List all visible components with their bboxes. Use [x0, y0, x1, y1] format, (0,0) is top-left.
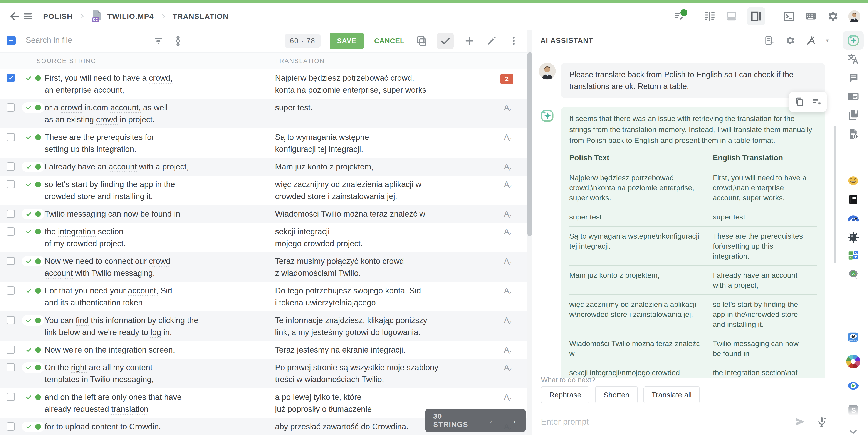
translation-text[interactable]: Te informacje znajdziesz, klikając poniż… [275, 314, 493, 338]
copy-message-button[interactable] [794, 97, 804, 107]
string-row[interactable]: Twilio messaging can now be found inWiad… [0, 205, 527, 223]
copy-source-button[interactable] [415, 34, 428, 47]
next-page-arrow[interactable]: → [508, 415, 518, 426]
comments-icon[interactable] [843, 68, 864, 87]
filter-button[interactable] [152, 35, 164, 47]
source-text[interactable]: the integration sectionof my crowded pro… [44, 223, 265, 252]
breadcrumb-file[interactable]: TWILIO.MP4 [107, 12, 154, 21]
search-input[interactable]: Search in file [26, 36, 139, 45]
screen-eye-icon[interactable] [843, 325, 864, 349]
emoji-icon[interactable] [843, 171, 864, 190]
spellcheck-icon[interactable]: A [504, 286, 509, 295]
row-checkbox[interactable] [6, 345, 15, 354]
prompt-input[interactable]: Enter prompt [541, 417, 794, 427]
send-button[interactable] [794, 416, 806, 428]
spellcheck-icon[interactable]: A [504, 209, 509, 219]
string-row[interactable]: Now we're on the integration screen.Tera… [0, 341, 527, 359]
spellcheck-icon[interactable]: A [504, 345, 509, 355]
prev-page-arrow[interactable]: ← [488, 415, 498, 426]
row-checkbox[interactable] [6, 163, 15, 171]
string-row[interactable]: For that you need your account, Sidand i… [0, 282, 527, 311]
spellcheck-icon[interactable]: A [504, 363, 509, 372]
string-row[interactable]: the integration sectionof my crowded pro… [0, 223, 527, 252]
translation-text[interactable]: Mam już konto z projektem, [275, 161, 493, 173]
row-checkbox[interactable] [6, 103, 15, 111]
translation-text[interactable]: Po prawej stronie są wszystkie moje szab… [275, 362, 493, 386]
translation-text[interactable]: Są to wymagania wstępnekonfiguracji tej … [275, 131, 493, 155]
source-text[interactable]: so let's start by finding the app in the… [44, 175, 265, 205]
spellcheck-icon[interactable]: A [504, 103, 509, 112]
string-row[interactable]: or a crowd in.com account, as wellas an … [0, 99, 527, 128]
row-checkbox[interactable] [6, 180, 15, 188]
source-text[interactable]: I already have an account with a project… [44, 158, 265, 175]
list-scrollbar[interactable] [527, 30, 532, 435]
string-row[interactable]: You can find this information by clickin… [0, 311, 527, 341]
spellcheck-icon[interactable]: A [504, 180, 509, 189]
save-button[interactable]: SAVE [330, 33, 364, 49]
translate-all-button[interactable]: Translate all [644, 386, 700, 403]
approve-button[interactable] [437, 33, 454, 49]
dictionary-book-icon[interactable] [843, 190, 864, 209]
string-row[interactable]: These are the prerequisites forsetting u… [0, 128, 527, 158]
qa-chat-icon[interactable]: A [843, 265, 864, 283]
translation-text[interactable]: Do tego potrzebujesz swojego konta, Sidi… [275, 285, 493, 309]
row-checkbox[interactable] [6, 257, 15, 265]
string-row[interactable]: Now we need to connect our crowdaccount … [0, 252, 527, 282]
spellcheck-icon[interactable]: A [504, 257, 509, 266]
cancel-button[interactable]: CANCEL [373, 37, 406, 45]
more-chevron-icon[interactable] [843, 423, 864, 435]
row-checkbox[interactable] [6, 316, 15, 324]
add-string-button[interactable] [463, 34, 476, 47]
machine-translation-icon[interactable] [843, 49, 864, 68]
assistant-settings-button[interactable] [784, 35, 796, 46]
translation-text[interactable]: super test. [275, 102, 493, 113]
string-row[interactable]: I already have an account with a project… [0, 158, 527, 175]
side-by-side-view-button[interactable] [704, 10, 716, 23]
s-app-icon[interactable]: S [843, 398, 864, 423]
source-text[interactable]: On the right are all my contenttemplates… [44, 359, 265, 388]
translation-text[interactable]: sekcji integracjimojego crowded project. [275, 226, 493, 249]
string-options-button[interactable] [172, 35, 184, 47]
translation-text[interactable]: Teraz musimy połączyć konto crowdz wiado… [275, 255, 493, 279]
back-button[interactable] [8, 10, 21, 23]
translation-text[interactable]: Najpierw będziesz potrzebować crowd,kont… [275, 72, 493, 96]
source-text[interactable]: These are the prerequisites forsetting u… [44, 128, 265, 158]
editor-notes-button[interactable] [674, 10, 686, 23]
string-row[interactable]: On the right are all my contenttemplates… [0, 359, 527, 388]
color-wheel-icon[interactable] [843, 349, 864, 374]
rephrase-button[interactable]: Rephrase [541, 386, 589, 403]
breadcrumb-mode[interactable]: TRANSLATION [173, 12, 229, 21]
right-panel-view-button[interactable] [747, 7, 765, 26]
glossary-pages-icon[interactable] [843, 106, 864, 125]
row-checkbox[interactable] [6, 393, 15, 401]
dashboard-gauge-icon[interactable] [843, 209, 864, 228]
assistant-menu-caret[interactable]: ▾ [826, 37, 829, 44]
list-scrollbar-thumb[interactable] [527, 52, 532, 236]
source-text[interactable]: First, you will need to have a crowd,an … [44, 69, 265, 99]
translation-text[interactable]: Wiadomości Twilio można teraz znaleźć w [275, 208, 493, 220]
source-text[interactable]: and on the left are only ones that havea… [44, 388, 265, 418]
shorten-button[interactable]: Shorten [595, 386, 638, 403]
source-text[interactable]: for to upload content to Crowdin. [44, 418, 265, 435]
avatar[interactable] [848, 10, 861, 23]
spellcheck-icon[interactable]: A [504, 393, 509, 402]
source-text[interactable]: Now we need to connect our crowdaccount … [44, 252, 265, 282]
edit-string-button[interactable] [485, 34, 498, 47]
source-text[interactable]: You can find this information by clickin… [44, 311, 265, 341]
clear-formatting-button[interactable] [805, 35, 816, 46]
string-row[interactable]: First, you will need to have a crowd,an … [0, 69, 527, 99]
select-all-checkbox[interactable] [6, 36, 16, 45]
translate-puzzle-icon[interactable]: AA [843, 246, 864, 265]
more-actions-button[interactable] [507, 34, 520, 47]
spellcheck-icon[interactable]: A [504, 162, 509, 171]
settings-button[interactable] [826, 10, 839, 23]
translation-text[interactable]: Teraz jesteśmy na ekranie integracji. [275, 344, 493, 356]
row-checkbox[interactable] [6, 423, 15, 431]
spellcheck-icon[interactable]: A [504, 133, 509, 142]
spellcheck-icon[interactable]: A [504, 227, 509, 236]
voice-input-button[interactable] [816, 416, 828, 428]
breadcrumb-language[interactable]: POLISH [43, 12, 73, 21]
assistant-scrollbar-thumb[interactable] [834, 126, 836, 263]
spellcheck-icon[interactable]: A [504, 316, 509, 325]
insert-to-editor-button[interactable] [812, 97, 822, 107]
